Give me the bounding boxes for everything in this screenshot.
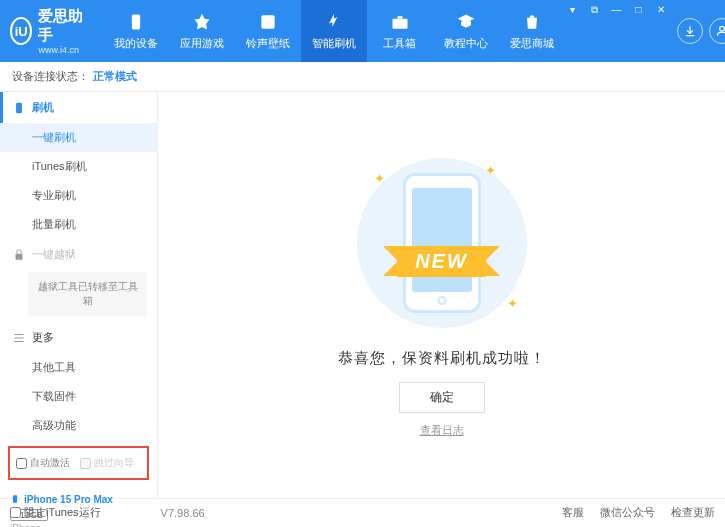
more-icon	[12, 331, 26, 345]
close-icon[interactable]: ✕	[653, 4, 669, 18]
footer-update[interactable]: 检查更新	[671, 505, 715, 520]
sidebar-group-flash[interactable]: 刷机	[0, 92, 157, 123]
footer-wechat[interactable]: 微信公众号	[600, 505, 655, 520]
svg-rect-2	[392, 18, 407, 28]
nav-flash[interactable]: 智能刷机	[301, 0, 367, 62]
options-box: 自动激活 跳过向导	[8, 446, 149, 480]
status-label: 设备连接状态：	[12, 69, 89, 84]
sidebar-item-itunes[interactable]: iTunes刷机	[0, 152, 157, 181]
svg-rect-5	[16, 102, 22, 113]
device-type: iPhone	[10, 523, 147, 527]
user-button[interactable]	[709, 18, 725, 44]
auto-activate-checkbox[interactable]: 自动激活	[16, 456, 70, 470]
apps-icon	[192, 12, 212, 32]
tutorial-icon	[456, 12, 476, 32]
sidebar-item-firmware[interactable]: 下载固件	[0, 382, 157, 411]
toolbox-icon	[390, 12, 410, 32]
phone-icon	[12, 101, 26, 115]
svg-rect-0	[131, 14, 139, 29]
main-nav: 我的设备 应用游戏 铃声壁纸 智能刷机 工具箱 教程中心 爱思商城	[103, 0, 565, 62]
app-logo: iU 爱思助手 www.i4.cn	[10, 7, 85, 55]
svg-rect-3	[397, 16, 402, 19]
store-icon	[522, 12, 542, 32]
version-label: V7.98.66	[161, 507, 205, 519]
device-icon	[126, 12, 146, 32]
maximize-icon[interactable]: □	[631, 4, 647, 18]
lock-group-icon	[12, 248, 26, 262]
new-ribbon: NEW	[397, 246, 486, 277]
footer-support[interactable]: 客服	[562, 505, 584, 520]
sidebar: 刷机 一键刷机 iTunes刷机 专业刷机 批量刷机 一键越狱 越狱工具已转移至…	[0, 92, 158, 498]
svg-rect-7	[13, 495, 17, 503]
device-name: iPhone 15 Pro Max	[10, 492, 147, 506]
nav-toolbox[interactable]: 工具箱	[367, 0, 433, 62]
nav-ringtones[interactable]: 铃声壁纸	[235, 0, 301, 62]
app-header: iU 爱思助手 www.i4.cn 我的设备 应用游戏 铃声壁纸 智能刷机 工具…	[0, 0, 725, 62]
sidebar-group-jailbreak: 一键越狱	[0, 239, 157, 270]
status-value: 正常模式	[93, 69, 137, 84]
download-button[interactable]	[677, 18, 703, 44]
menu-icon[interactable]: ▾	[565, 4, 581, 18]
logo-icon: iU	[10, 17, 32, 45]
svg-rect-6	[16, 253, 23, 259]
sidebar-group-more[interactable]: 更多	[0, 322, 157, 353]
block-itunes-checkbox[interactable]: 阻止iTunes运行	[10, 505, 101, 520]
view-log-link[interactable]: 查看日志	[420, 423, 464, 438]
success-message: 恭喜您，保资料刷机成功啦！	[338, 349, 546, 368]
lock-icon[interactable]: ⧉	[587, 4, 603, 18]
nav-store[interactable]: 爱思商城	[499, 0, 565, 62]
app-title: 爱思助手	[38, 7, 84, 45]
sidebar-item-batch[interactable]: 批量刷机	[0, 210, 157, 239]
nav-my-device[interactable]: 我的设备	[103, 0, 169, 62]
jailbreak-note: 越狱工具已转移至工具箱	[28, 272, 147, 316]
sidebar-item-advanced[interactable]: 高级功能	[0, 411, 157, 440]
status-bar: 设备连接状态： 正常模式	[0, 62, 725, 92]
success-illustration: NEW ✦✦✦	[352, 153, 532, 333]
sidebar-item-other[interactable]: 其他工具	[0, 353, 157, 382]
skip-guide-checkbox[interactable]: 跳过向导	[80, 456, 134, 470]
nav-tutorials[interactable]: 教程中心	[433, 0, 499, 62]
svg-rect-1	[261, 15, 274, 28]
main-content: NEW ✦✦✦ 恭喜您，保资料刷机成功啦！ 确定 查看日志	[158, 92, 725, 498]
app-subtitle: www.i4.cn	[38, 45, 84, 55]
sidebar-item-pro[interactable]: 专业刷机	[0, 181, 157, 210]
svg-point-4	[719, 26, 724, 31]
wallpaper-icon	[258, 12, 278, 32]
flash-icon	[324, 12, 344, 32]
nav-apps[interactable]: 应用游戏	[169, 0, 235, 62]
ok-button[interactable]: 确定	[399, 382, 485, 413]
window-controls: ▾ ⧉ — □ ✕	[565, 0, 669, 62]
minimize-icon[interactable]: —	[609, 4, 625, 18]
sidebar-item-oneclick[interactable]: 一键刷机	[0, 123, 157, 152]
